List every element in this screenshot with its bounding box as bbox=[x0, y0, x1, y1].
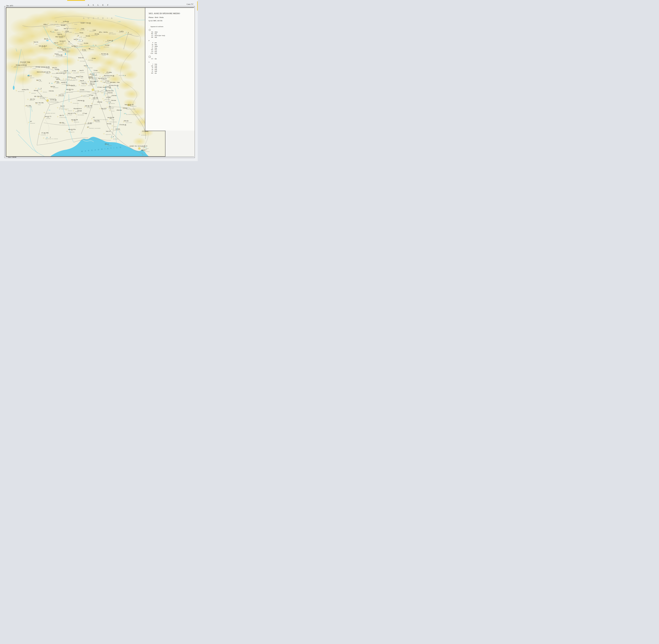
town-dot bbox=[103, 40, 104, 41]
map-point-label: tóˆa 139a bbox=[26, 105, 31, 106]
map-point-label: 206 bbox=[88, 122, 92, 124]
map-cyan-number: 91 bbox=[38, 88, 39, 89]
legend-item-number: 91 bbox=[149, 70, 155, 72]
map-point-label: 199a tǫ́la bbox=[123, 120, 129, 121]
legend-item-word: brę́a bbox=[155, 52, 157, 54]
town-dot bbox=[77, 60, 79, 61]
legend-section-symbol: P bbox=[149, 40, 195, 41]
town-dot bbox=[67, 131, 68, 132]
town-dot bbox=[29, 92, 30, 93]
map-place-label: COMEGLIÁNS bbox=[65, 32, 72, 33]
map-cyan-number: 19b bbox=[79, 40, 81, 41]
map-point-label: brée 167a bbox=[101, 108, 107, 109]
map-place-label: Sedrano bbox=[43, 92, 47, 93]
legend-item-number: 19b bbox=[149, 65, 155, 67]
map-scale-note: Scala 1: 300.000 bbox=[8, 157, 16, 158]
legend-item-word: dáṣka bbox=[155, 45, 158, 47]
marker-P-circle-icon: P bbox=[42, 46, 43, 47]
town-dot bbox=[105, 95, 106, 96]
map-point-label: S bbox=[41, 88, 41, 89]
town-dot bbox=[38, 97, 39, 98]
town-dot bbox=[41, 26, 42, 27]
map-place-label: Pradielis bbox=[102, 55, 106, 56]
map-place-label: VENZONE bbox=[88, 60, 93, 61]
map-place-label: Corbolone bbox=[41, 134, 46, 136]
town-dot bbox=[101, 81, 102, 82]
map-place-label: MUGGIA bbox=[145, 151, 150, 152]
map-place-label: MÓGGIO bbox=[90, 46, 95, 48]
town-dot bbox=[89, 34, 90, 35]
legend-list: 34adéṣke80abrę́e115brę́e di ǫ́ṇśe / breǫ… bbox=[149, 29, 195, 74]
map-place-label: PALUZZA bbox=[80, 29, 85, 31]
map-point-label: 213 bbox=[105, 143, 109, 145]
map-place-label: Straccis bbox=[68, 110, 72, 112]
marker-P-circle-icon: P bbox=[112, 40, 113, 42]
map-point-label: 46a dáska P bbox=[101, 53, 108, 55]
town-dot bbox=[58, 70, 59, 72]
map-point-label: S bbox=[96, 73, 97, 75]
legend-item-word: brę́a bbox=[155, 49, 157, 50]
map-place-label: BASILIANO bbox=[83, 96, 89, 97]
town-dot bbox=[117, 31, 118, 32]
town-dot bbox=[88, 46, 89, 47]
legend-item: 34adéṣke bbox=[149, 31, 195, 33]
map-point-label: bréa 92a bbox=[50, 86, 55, 87]
marker-P-circle-icon: P bbox=[44, 133, 45, 134]
map-point-label: bréa 17a bbox=[58, 34, 62, 35]
map-point-label: bréa 124a bbox=[59, 94, 64, 96]
map-point-label: díl'ia — brée 6a bbox=[99, 31, 108, 33]
marker-S-square-icon: S bbox=[74, 119, 75, 121]
town-dot bbox=[87, 30, 88, 31]
marker-S-square-icon: S bbox=[69, 89, 70, 91]
map-point-label: 38 brę́ğa de ónϑa P bbox=[16, 65, 27, 66]
town-dot bbox=[78, 80, 79, 82]
map-point-label: 108 bréa bbox=[33, 90, 38, 91]
legend-circle-icon bbox=[149, 29, 151, 31]
map-place-label: FARRA D'ISONZO bbox=[126, 109, 136, 110]
map-place-label: Ceresetto bbox=[88, 85, 93, 86]
map-place-label: Modoletto bbox=[90, 82, 95, 83]
map-place-label: ÓVARO bbox=[59, 37, 63, 38]
map-point-label: bréa 73a bbox=[37, 79, 41, 80]
map-point-label: bréa S 196 bbox=[108, 117, 114, 119]
map-place-label: Flumignano bbox=[87, 107, 92, 108]
marker-S-square-icon: S bbox=[143, 146, 145, 147]
map-place-label: RAVASCLETTO bbox=[68, 28, 76, 29]
town-dot bbox=[79, 84, 80, 86]
map-place-label: ARTA bbox=[79, 37, 82, 38]
town-dot bbox=[51, 76, 52, 77]
legend-item-number: 70 bbox=[149, 45, 155, 47]
town-dot bbox=[66, 43, 67, 44]
map-point-label: bréa 50 bbox=[79, 70, 84, 71]
map-point-label: tóˆa P 209a bbox=[42, 132, 48, 134]
legend-item: 209tǫ́ia bbox=[149, 72, 195, 74]
map-cyan-number: 9a bbox=[52, 31, 54, 32]
map-place-label: Racchiuso bbox=[105, 77, 110, 78]
legend-item-word: brę́ǫ bbox=[155, 63, 157, 65]
map-point-label: TRAMONTI DI SOPRA bbox=[58, 51, 69, 52]
legend-item-number: 115 bbox=[149, 35, 155, 36]
map-point-label: brę̃e S 189 bbox=[71, 119, 78, 121]
map-point-label: 169a bréa bbox=[116, 109, 122, 111]
map-point-label: brée 51 bbox=[84, 65, 88, 66]
town-dot bbox=[111, 129, 112, 130]
map-point-label: 11 bréa bbox=[65, 30, 69, 32]
legend-item: 83brę̃ę bbox=[149, 69, 195, 70]
legend-item-number: 209 bbox=[149, 72, 155, 74]
map-place-label: SEQUALS bbox=[60, 79, 65, 81]
legend-item-number: 91 bbox=[149, 47, 155, 49]
map-place-label: Illégio bbox=[79, 44, 83, 45]
marker-S-square-icon: S bbox=[44, 46, 45, 47]
town-dot bbox=[57, 107, 58, 108]
map-point-label: bréa 212 bbox=[106, 131, 111, 132]
map-point-label: bréa / breončíṇ 17 bbox=[55, 36, 65, 37]
map-cyan-number: 2 bbox=[65, 19, 66, 21]
town-dot bbox=[91, 103, 92, 104]
map-place-label: Cavolano bbox=[27, 106, 32, 108]
map-point-label: 150 bbox=[109, 106, 111, 107]
map-point-label: tǫ́la 202a bbox=[59, 122, 64, 123]
map-point-label: bréa 37 bbox=[63, 50, 66, 51]
map-place-label: RAVEO bbox=[60, 43, 64, 44]
map-point-label: P bbox=[49, 83, 50, 84]
town-dot bbox=[27, 99, 28, 100]
